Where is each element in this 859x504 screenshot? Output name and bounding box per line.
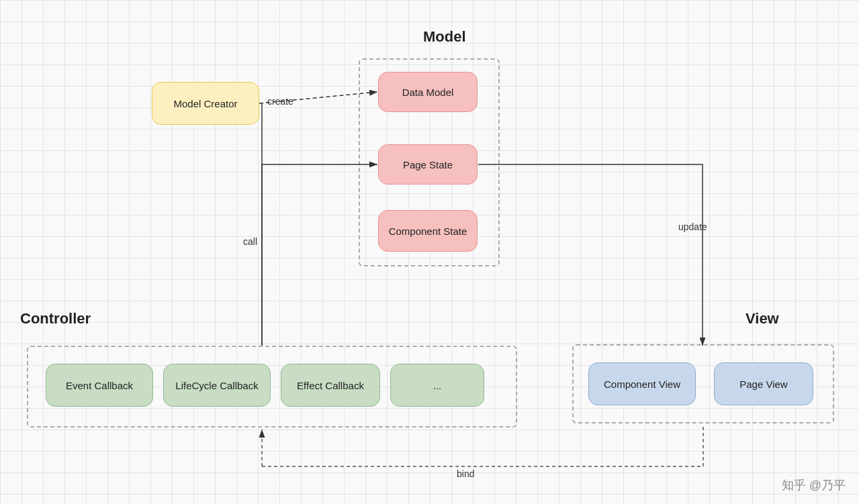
update-label: update	[678, 221, 707, 232]
component-state-node: Component State	[378, 210, 478, 252]
update-arrow	[478, 164, 703, 346]
data-model-node: Data Model	[378, 72, 478, 112]
bind-label: bind	[457, 468, 474, 479]
create-label: create	[267, 96, 293, 107]
event-callback-node: Event Callback	[46, 364, 153, 407]
model-creator-node: Model Creator	[152, 82, 259, 125]
controller-label: Controller	[20, 310, 91, 327]
lifecycle-callback-node: LifeCycle Callback	[163, 364, 271, 407]
page-state-node: Page State	[378, 144, 478, 185]
effect-callback-node: Effect Callback	[281, 364, 380, 407]
view-label: View	[745, 310, 779, 327]
call-label: call	[243, 236, 257, 247]
model-label: Model	[423, 28, 466, 46]
watermark: 知乎 @乃平	[782, 477, 846, 493]
component-view-node: Component View	[588, 362, 696, 405]
diagram: Model Controller View Model Creator Data…	[0, 0, 859, 504]
page-view-node: Page View	[714, 362, 813, 405]
ellipsis-node: ...	[390, 364, 484, 407]
